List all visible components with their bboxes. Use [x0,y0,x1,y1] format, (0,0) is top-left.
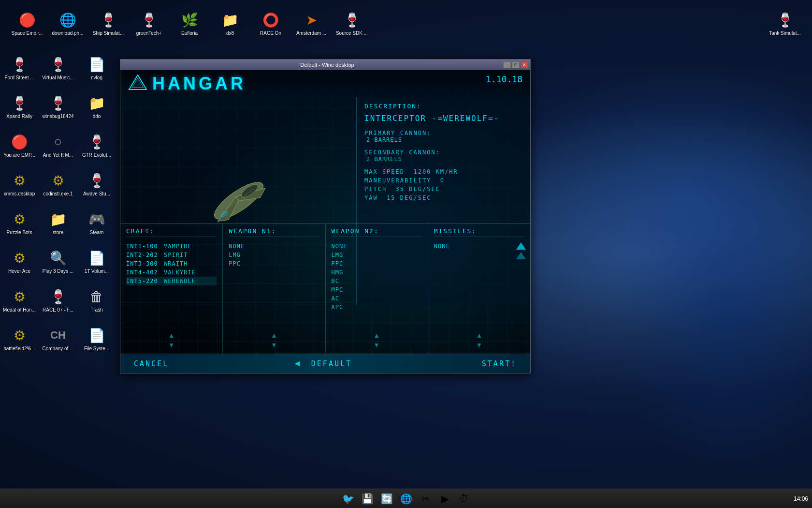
desktop-icon-eufloria[interactable]: 🌿 Eufloria [170,4,209,43]
desktop-icon-company-of[interactable]: CH Company of ... [39,319,77,358]
wine-titlebar[interactable]: Default - Wine desktop ─ □ ✕ [120,60,530,70]
desktop-icon-trash[interactable]: 🗑 Trash [77,281,116,319]
weapon-n2-item-4[interactable]: BC [332,277,422,285]
nvlog-icon: 📄 [87,55,106,74]
missiles-scroll-down[interactable]: ▼ [434,340,524,350]
desktop-icon-download[interactable]: 🌐 download.ph... [48,4,87,43]
desktop-icon-dx8[interactable]: 📁 dx8 [211,4,249,43]
desktop-icon-virtual-music[interactable]: 🍷 Virtual Music... [39,48,77,87]
and-yet-icon: ○ [48,132,68,151]
weapon-n1-scroll-down[interactable]: ▼ [229,340,319,350]
download-label: download.ph... [52,30,83,36]
desktop-icon-steam[interactable]: 🎮 Steam [77,203,116,242]
desktop-icon-and-yet[interactable]: ○ And Yet It M... [39,126,77,164]
weapon-n2-item-7[interactable]: APC [332,303,422,312]
gtr-evol-icon: 🍷 [87,132,106,151]
download-icon: 🌐 [58,10,77,30]
weapon-n1-scroll-up[interactable]: ▲ [229,330,319,340]
desktop-icon-you-are-emp[interactable]: 🔴 You are EMP... [0,126,39,164]
space-empire-label: Space Empir... [11,30,43,36]
ddo-icon: 📁 [87,93,106,113]
medal-hon-label: Medal of Hon... [3,307,36,313]
desktop-icon-winebug[interactable]: 🍷 winebug18424 [39,87,77,126]
craft-item-1[interactable]: INT2-202 Spirit [126,251,217,259]
battlefield-icon: ⚙ [10,326,29,345]
desktop-icon-1t-volume[interactable]: 📄 1T Volum... [77,242,116,281]
maximize-button[interactable]: □ [512,61,520,68]
taskbar-icon-refresh[interactable]: 🔄 [378,491,395,507]
craft-item-3[interactable]: INT4-402 Valkyrie [126,268,217,277]
weapon-n2-item-6[interactable]: AC [332,294,422,303]
weapon-n2-item-1[interactable]: LMG [332,251,422,259]
desktop-icon-battlefield[interactable]: ⚙ battlefield2%... [0,319,39,358]
weapon-n2-item-5[interactable]: MPC [332,285,422,294]
desktop-icon-ship-sim[interactable]: 🍷 Ship Simulat... [89,4,128,43]
max-speed-value: 1200 KM/HR [413,168,458,175]
weapon-n2-scroll-down[interactable]: ▼ [332,340,422,350]
ford-street-label: Ford Street ... [4,75,34,81]
craft-id-4: INT5-220 [126,278,160,284]
weapon-n2-item-3[interactable]: HMG [332,268,422,277]
craft-item-2[interactable]: INT3-300 Wraith [126,259,217,268]
desktop-icon-file-system[interactable]: 📄 File Syste... [77,319,116,358]
you-are-emp-icon: 🔴 [10,132,29,151]
trash-icon: 🗑 [87,287,106,306]
cancel-button[interactable]: Cancel [128,358,174,370]
winebug-label: winebug18424 [42,114,73,120]
selection-panels: Craft: INT1-100 Vampire INT2-202 Spirit … [120,223,530,354]
taskbar-icon-play[interactable]: ▶ [436,491,453,507]
default-button[interactable]: Default [305,358,358,370]
hover-ace-label: Hover Ace [8,269,30,274]
weapon-n2-item-2[interactable]: PPC [332,259,422,268]
puzzle-bots-icon: ⚙ [10,209,29,229]
desktop-icon-gtr-evol[interactable]: 🍷 GTR Evolut... [77,126,116,164]
store-label: store [53,230,63,236]
desktop-icon-store[interactable]: 📁 store [39,203,77,242]
desktop-icon-xpand-rally[interactable]: 🍷 Xpand Rally [0,87,39,126]
desktop-icon-xmms[interactable]: ⚙ xmms.desktop [0,164,39,203]
play-3-days-label: Play 3 Days ... [43,269,73,274]
weapon-n2-scroll-up[interactable]: ▲ [332,330,422,340]
desktop-icon-play-3-days[interactable]: 🔍 Play 3 Days ... [39,242,77,281]
taskbar-icon-bird[interactable]: 🐦 [339,491,357,507]
desktop-icon-source-sdk[interactable]: 🍷 Source SDK ... [333,4,371,43]
winebug-icon: 🍷 [48,93,68,113]
craft-item-0[interactable]: INT1-100 Vampire [126,242,217,251]
desktop-icon-race07[interactable]: 🍷 RACE 07 - F... [39,281,77,319]
max-speed-stat: MAX SPEED 1200 KM/HR [364,168,522,175]
taskbar-icon-cut[interactable]: ✂ [417,491,434,507]
desktop-icon-ford-street[interactable]: 🍷 Ford Street ... [0,48,39,87]
desktop-icon-nvlog[interactable]: 📄 nvlog [77,48,116,87]
desktop-icon-awave[interactable]: 🍷 Awave Stu... [77,164,116,203]
desktop-icon-medal-hon[interactable]: ⚙ Medal of Hon... [0,281,39,319]
missiles-item-0[interactable]: None [434,242,524,251]
close-button[interactable]: ✕ [521,61,528,68]
and-yet-label: And Yet It M... [43,152,73,158]
desktop-icon-race-on[interactable]: ⭕ RACE On [251,4,290,43]
desktop-icon-tank-sim[interactable]: 🍷 Tank Simulat... [766,4,804,43]
craft-scroll-up[interactable]: ▲ [126,330,217,340]
weapon-n1-item-0[interactable]: None [229,242,319,251]
craft-item-4[interactable]: INT5-220 Werewolf [126,277,217,285]
missiles-scroll-up[interactable]: ▲ [434,330,524,340]
ship-sim-icon: 🍷 [99,10,118,30]
weapon-n1-item-2[interactable]: PPC [229,259,319,268]
craft-scroll-down[interactable]: ▼ [126,340,217,350]
taskbar-icon-timer[interactable]: ⏱ [455,491,473,507]
desktop-icon-space-empire[interactable]: 🔴 Space Empir... [8,4,46,43]
weapon-n2-item-0[interactable]: None [332,242,422,251]
craft-name-3: Valkyrie [164,269,196,276]
desktop-icon-greentech[interactable]: 🍷 greenTech+ [130,4,168,43]
taskbar-icon-globe[interactable]: 🌐 [397,491,415,507]
play-icon: ▶ [441,493,449,505]
start-button[interactable]: Start! [476,358,522,370]
desktop-icon-codinstl[interactable]: ⚙ codinstl.exe.1 [39,164,77,203]
taskbar-icon-save[interactable]: 💾 [359,491,376,507]
bird-icon: 🐦 [342,493,354,505]
desktop-icon-ddo[interactable]: 📁 ddo [77,87,116,126]
minimize-button[interactable]: ─ [503,61,511,68]
desktop-icon-amsterdam[interactable]: ➤ Amsterdam ... [292,4,331,43]
weapon-n1-item-1[interactable]: LMG [229,251,319,259]
desktop-icon-hover-ace[interactable]: ⚙ Hover Ace [0,242,39,281]
desktop-icon-puzzle-bots[interactable]: ⚙ Puzzle Bots [0,203,39,242]
